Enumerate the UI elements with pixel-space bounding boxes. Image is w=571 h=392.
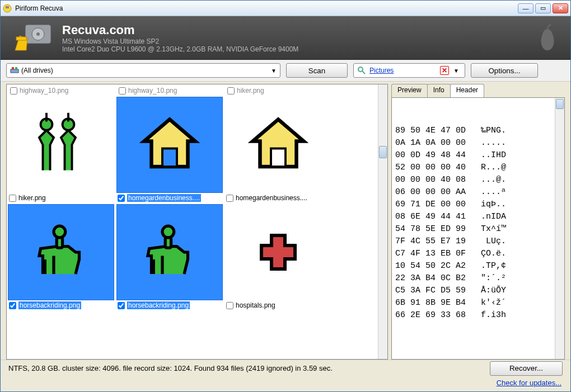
close-button[interactable]: ✕	[553, 3, 568, 13]
svg-line-10	[362, 71, 365, 74]
vertical-scrollbar[interactable]	[555, 98, 564, 359]
check-updates-link[interactable]: Check for updates...	[497, 379, 561, 387]
file-name: horsebackriding.png	[18, 301, 81, 309]
tab-header[interactable]: Header	[450, 84, 484, 97]
svg-point-4	[36, 32, 40, 36]
search-icon	[357, 66, 366, 75]
svg-rect-1	[6, 6, 9, 8]
hw-info: Intel Core2 Duo CPU L9600 @ 2.13GHz, 2.0…	[62, 45, 535, 53]
svg-rect-15	[162, 149, 177, 167]
thumbnail	[116, 204, 223, 300]
scroll-thumb[interactable]	[556, 99, 564, 109]
file-checkbox[interactable]	[118, 302, 125, 309]
thumbnail	[225, 204, 331, 300]
chevron-down-icon[interactable]: ▼	[453, 68, 459, 74]
file-checkbox[interactable]	[227, 87, 235, 95]
pear-icon	[535, 22, 560, 54]
app-icon	[3, 4, 12, 13]
file-item[interactable]: homegardenbusiness....	[116, 97, 223, 202]
filter-label: Pictures	[369, 67, 438, 74]
svg-rect-16	[271, 149, 286, 167]
file-checkbox[interactable]	[226, 195, 233, 202]
thumbnail	[116, 97, 223, 193]
svg-point-19	[162, 226, 174, 238]
svg-rect-7	[12, 67, 14, 69]
svg-point-9	[358, 67, 363, 72]
partial-row: highway_10.png highway_10.png hiker.png	[8, 86, 377, 96]
scroll-thumb[interactable]	[379, 146, 387, 158]
file-name: highway_10.png	[128, 87, 177, 95]
file-name: homegardenbusiness....	[127, 194, 201, 202]
svg-rect-6	[11, 69, 18, 73]
svg-rect-8	[15, 67, 17, 69]
chevron-down-icon: ▼	[271, 68, 277, 74]
scan-button[interactable]: Scan	[286, 63, 348, 78]
recover-button[interactable]: Recover...	[490, 361, 563, 376]
updates-area: Check for updates...	[1, 376, 570, 391]
file-checkbox[interactable]	[118, 195, 125, 202]
thumbnail	[225, 97, 331, 193]
svg-rect-5	[16, 37, 26, 40]
details-pane: Preview Info Header 89 50 4E 47 0D ‰PNG.…	[391, 84, 565, 360]
maximize-button[interactable]: ▭	[535, 3, 551, 13]
clear-filter-icon[interactable]: ✕	[440, 66, 449, 75]
file-checkbox[interactable]	[9, 302, 16, 309]
svg-point-17	[54, 226, 65, 238]
file-name: horsebackriding.png	[127, 301, 190, 309]
file-name: hiker.png	[18, 194, 46, 202]
brand-name: Recuva.com	[62, 23, 535, 37]
file-name: hospitals.png	[236, 301, 275, 309]
drive-label: (All drives)	[21, 67, 53, 74]
thumbnail	[8, 97, 114, 193]
tab-info[interactable]: Info	[427, 84, 451, 97]
file-item[interactable]: horsebackriding.png	[116, 204, 223, 309]
file-name: highway_10.png	[20, 87, 68, 95]
file-checkbox[interactable]	[10, 87, 17, 95]
brand-logo	[11, 21, 55, 55]
svg-rect-20	[165, 238, 171, 248]
file-item[interactable]: homegardenbusiness....	[225, 97, 331, 202]
os-info: MS Windows Vista Ultimate SP2	[62, 37, 535, 45]
app-window: Piriform Recuva — ▭ ✕ Recuva.com MS Wind…	[0, 0, 571, 392]
file-name: hiker.png	[237, 87, 264, 95]
content-area: highway_10.png highway_10.png hiker.png …	[1, 82, 570, 360]
vertical-scrollbar[interactable]	[378, 84, 387, 359]
drive-selector[interactable]: (All drives) ▼	[6, 63, 280, 78]
file-name: homegardenbusiness....	[236, 194, 307, 202]
file-item[interactable]: hiker.png	[8, 97, 114, 202]
file-checkbox[interactable]	[226, 302, 233, 309]
drives-icon	[10, 66, 19, 75]
toolbar: (All drives) ▼ Scan Pictures ✕ ▼ Options…	[1, 60, 570, 82]
titlebar: Piriform Recuva — ▭ ✕	[1, 1, 570, 16]
file-checkbox[interactable]	[119, 87, 126, 95]
minimize-button[interactable]: —	[518, 3, 533, 13]
svg-rect-18	[57, 238, 62, 248]
file-item[interactable]: horsebackriding.png	[8, 204, 114, 309]
file-list-pane: highway_10.png highway_10.png hiker.png …	[6, 84, 388, 360]
file-checkbox[interactable]	[9, 195, 16, 202]
thumbnail-grid[interactable]: highway_10.png highway_10.png hiker.png …	[7, 84, 378, 359]
status-text: NTFS, 20.8 GB. cluster size: 4096. file …	[8, 364, 333, 372]
hex-viewer[interactable]: 89 50 4E 47 0D ‰PNG. 0A 1A 0A 00 00 ....…	[391, 97, 565, 360]
filter-selector[interactable]: Pictures ✕ ▼	[353, 63, 465, 78]
thumbnail	[8, 204, 114, 300]
window-title: Piriform Recuva	[15, 4, 518, 12]
options-button[interactable]: Options...	[471, 63, 538, 78]
status-bar: NTFS, 20.8 GB. cluster size: 4096. file …	[1, 360, 570, 376]
banner: Recuva.com MS Windows Vista Ultimate SP2…	[1, 16, 570, 60]
details-tabs: Preview Info Header	[391, 84, 565, 97]
tab-preview[interactable]: Preview	[391, 84, 428, 97]
file-item[interactable]: hospitals.png	[225, 204, 331, 309]
